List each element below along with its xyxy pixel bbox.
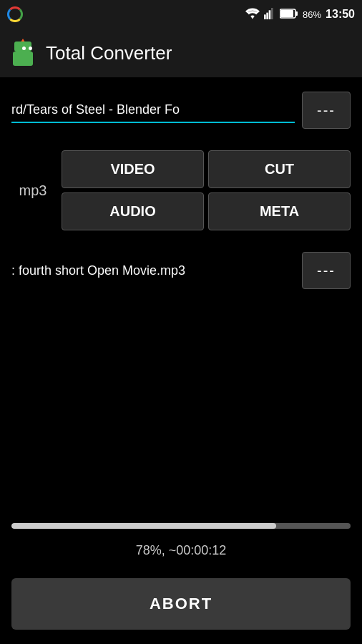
signal-icon — [264, 8, 275, 21]
cut-button[interactable]: CUT — [208, 150, 351, 188]
input-file-row: --- — [11, 92, 351, 129]
app-status-icon — [7, 6, 23, 22]
progress-bar-fill — [11, 523, 276, 529]
input-browse-button[interactable]: --- — [302, 92, 351, 129]
file-input[interactable] — [11, 98, 295, 123]
svg-rect-1 — [266, 12, 268, 19]
wifi-icon — [245, 8, 260, 21]
action-buttons-grid: VIDEO CUT AUDIO META — [62, 150, 351, 230]
status-right: 86% 13:50 — [245, 8, 355, 21]
status-left — [7, 6, 23, 22]
svg-rect-2 — [269, 10, 271, 19]
battery-percentage: 86% — [303, 9, 321, 20]
meta-button[interactable]: META — [208, 192, 351, 230]
time-display: 13:50 — [326, 8, 355, 21]
output-file-text: : fourth short Open Movie.mp3 — [11, 263, 295, 278]
svg-rect-6 — [295, 11, 298, 16]
progress-area: 78%, ~00:00:12 — [0, 523, 362, 558]
svg-rect-0 — [264, 14, 266, 19]
progress-bar-container — [11, 523, 351, 529]
app-icon — [9, 39, 37, 67]
status-bar: 86% 13:50 — [0, 0, 362, 29]
svg-rect-5 — [280, 10, 293, 17]
video-button[interactable]: VIDEO — [62, 150, 204, 188]
output-file-row: : fourth short Open Movie.mp3 --- — [11, 252, 351, 289]
middle-section: mp3 VIDEO CUT AUDIO META — [11, 150, 351, 230]
output-browse-button[interactable]: --- — [302, 252, 351, 289]
progress-text: 78%, ~00:00:12 — [11, 543, 351, 558]
format-label: mp3 — [11, 182, 54, 199]
abort-button[interactable]: ABORT — [11, 578, 351, 630]
svg-rect-3 — [271, 8, 273, 19]
app-title: Total Converter — [46, 42, 172, 64]
battery-icon — [280, 9, 298, 21]
app-bar: Total Converter — [0, 29, 362, 77]
audio-button[interactable]: AUDIO — [62, 192, 204, 230]
main-content: --- mp3 VIDEO CUT AUDIO META : fourth sh… — [0, 77, 362, 289]
abort-button-container: ABORT — [11, 578, 351, 630]
